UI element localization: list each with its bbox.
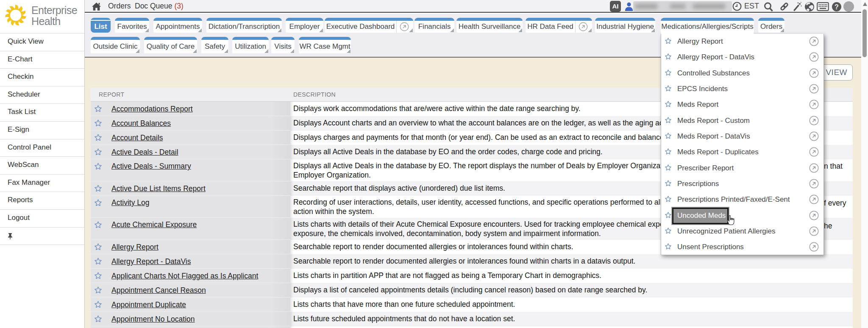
svg-text:?: ? [835,3,839,11]
